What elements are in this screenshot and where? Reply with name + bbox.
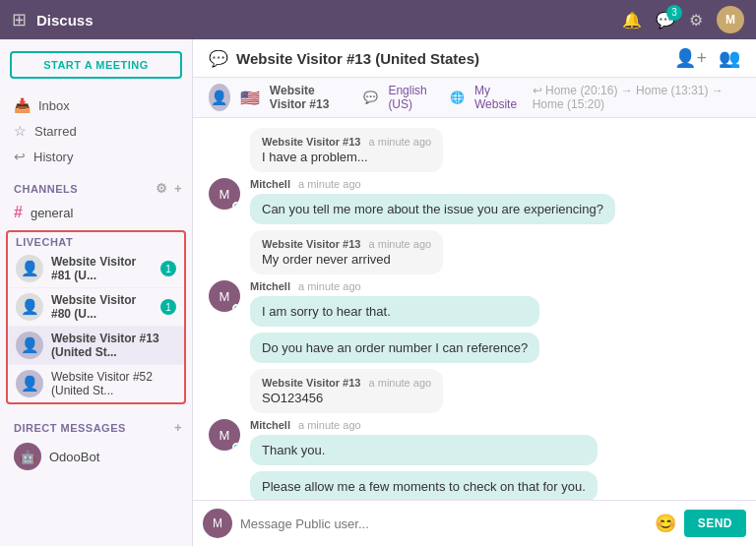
message-meta-m4: Mitchell a minute ago [250,280,539,292]
starred-label: Starred [34,124,77,139]
visitor-small-avatar: 👤 [209,84,230,111]
dm-actions: + [174,420,182,435]
livechat-item-visitor52[interactable]: 👤 Website Visitor #52 (United St... [8,365,184,402]
channel-general-label: general [31,206,73,220]
message-row-m6: Website Visitor #13 a minute ago SO12345… [209,369,740,413]
message-bubble-m4: I am sorry to hear that. [250,296,539,327]
topbar: ⊞ Discuss 🔔 💬 3 ⚙ M [0,0,756,39]
channels-settings-icon[interactable]: ⚙ [156,181,168,196]
livechat-section: LIVECHAT 👤 Website Visitor #81 (U... 1 👤… [6,230,186,404]
message-text-m6: SO123456 [262,391,323,405]
livechat-item-visitor80[interactable]: 👤 Website Visitor #80 (U... 1 [8,288,184,327]
message-bubble-m6: Website Visitor #13 a minute ago SO12345… [250,369,443,413]
visitor81-label: Website Visitor #81 (U... [51,255,153,282]
visitor80-label: Website Visitor #80 (U... [51,293,153,321]
chat-bubble-icon: 💬 [209,49,228,68]
topbar-title: Discuss [36,12,94,29]
sidebar-item-history[interactable]: ↩ History [0,144,192,169]
inbox-label: Inbox [38,98,70,113]
message-time-m2: a minute ago [298,178,361,190]
message-row-m4: M Mitchell a minute ago I am sorry to he… [209,280,740,363]
visitor52-label: Website Visitor #52 (United St... [51,370,176,397]
message-content-m7: Mitchell a minute ago Thank you. Please … [250,419,598,500]
bell-icon[interactable]: 🔔 [622,11,642,30]
message-content-m4: Mitchell a minute ago I am sorry to hear… [250,280,539,363]
message-sender-m7: Mitchell [250,419,290,431]
message-time-m1: a minute ago [369,136,432,148]
visitor-site-link[interactable]: My Website [474,84,523,111]
sidebar-top: START A MEETING [0,39,192,87]
add-person-icon[interactable]: 👤+ [674,47,707,69]
chat-header-title: Website Visitor #13 (United States) [236,50,479,67]
message-meta-m6: Website Visitor #13 a minute ago [262,377,431,389]
visitor-language-link[interactable]: English (US) [388,84,440,111]
start-meeting-button[interactable]: START A MEETING [10,51,182,79]
channels-section-header: CHANNELS ⚙ + [0,175,192,199]
chat-area: 💬 Website Visitor #13 (United States) 👤+… [193,39,756,546]
messages-area: Website Visitor #13 a minute ago I have … [193,118,756,500]
livechat-item-visitor81[interactable]: 👤 Website Visitor #81 (U... 1 [8,250,184,288]
livechat-item-visitor13[interactable]: 👤 Website Visitor #13 (United St... [8,327,184,365]
chat-icon[interactable]: 💬 3 [656,11,675,30]
inbox-icon: 📥 [14,97,31,113]
send-button[interactable]: SEND [684,510,746,537]
chat-input-row: M 😊 SEND [193,500,756,546]
channels-label: CHANNELS [14,183,78,195]
grid-icon: ⊞ [12,9,27,30]
channels-actions: ⚙ + [156,181,182,196]
input-user-avatar: M [203,509,232,538]
message-meta-m2: Mitchell a minute ago [250,178,615,190]
message-meta-m1: Website Visitor #13 a minute ago [262,136,431,148]
livechat-section-header: LIVECHAT [8,232,184,250]
message-row-m3: Website Visitor #13 a minute ago My orde… [209,230,740,274]
globe-icon: 🌐 [450,91,465,104]
sidebar-item-starred[interactable]: ☆ Starred [0,118,192,144]
message-sender-m1: Website Visitor #13 [262,136,360,148]
livechat-label: LIVECHAT [16,236,73,248]
language-icon: 💬 [363,91,378,104]
history-label: History [33,150,73,164]
message-input[interactable] [240,516,647,531]
message-bubble-m8: Please allow me a few moments to check o… [250,471,598,500]
message-row-m1: Website Visitor #13 a minute ago I have … [209,128,740,172]
main-layout: START A MEETING 📥 Inbox ☆ Starred ↩ Hist… [0,39,756,546]
sidebar-item-inbox[interactable]: 📥 Inbox [0,92,192,118]
odoobot-label: OdooBot [49,450,99,464]
message-text-m3: My order never arrived [262,252,391,267]
visitor13-avatar: 👤 [16,332,43,359]
topbar-icons: 🔔 💬 3 ⚙ M [622,6,744,33]
message-row-m2: M Mitchell a minute ago Can you tell me … [209,178,740,224]
message-bubble-m1: Website Visitor #13 a minute ago I have … [250,128,443,172]
channel-general[interactable]: # general [0,199,192,226]
mitchell-avatar-wrap-m7: M [209,419,240,451]
mitchell-avatar-wrap-m4: M [209,280,240,312]
settings-detail-icon[interactable]: 👥 [719,47,740,69]
visitor-flag: 🇺🇸 [240,89,260,107]
visitor52-avatar: 👤 [16,370,43,397]
visitor13-label: Website Visitor #13 (United St... [51,332,176,359]
message-bubble-m7: Thank you. [250,435,598,465]
message-row-m7: M Mitchell a minute ago Thank you. Pleas… [209,419,740,500]
message-bubble-m3: Website Visitor #13 a minute ago My orde… [250,230,443,274]
visitor80-unread-badge: 1 [160,299,176,315]
message-time-m4: a minute ago [298,280,361,292]
message-sender-m6: Website Visitor #13 [262,377,360,389]
dm-item-odoobot[interactable]: 🤖 OdooBot [0,438,192,475]
chat-header: 💬 Website Visitor #13 (United States) 👤+… [193,39,756,78]
message-meta-m3: Website Visitor #13 a minute ago [262,238,431,250]
visitor-info-bar: 👤 🇺🇸 Website Visitor #13 💬 English (US) … [193,78,756,118]
emoji-icon[interactable]: 😊 [655,513,676,534]
visitor81-unread-badge: 1 [160,261,176,276]
sidebar-nav: 📥 Inbox ☆ Starred ↩ History [0,87,192,175]
sidebar: START A MEETING 📥 Inbox ☆ Starred ↩ Hist… [0,39,193,546]
channels-add-icon[interactable]: + [174,181,182,196]
odoobot-avatar: 🤖 [14,443,41,470]
user-avatar[interactable]: M [717,6,744,33]
mitchell-avatar-m7: M [209,419,240,451]
settings-icon[interactable]: ⚙ [689,11,703,30]
history-icon: ↩ [14,149,26,164]
dm-add-icon[interactable]: + [174,420,182,435]
mitchell-avatar-m4: M [209,280,240,312]
dm-label: DIRECT MESSAGES [14,422,126,434]
visitor81-avatar: 👤 [16,255,43,282]
